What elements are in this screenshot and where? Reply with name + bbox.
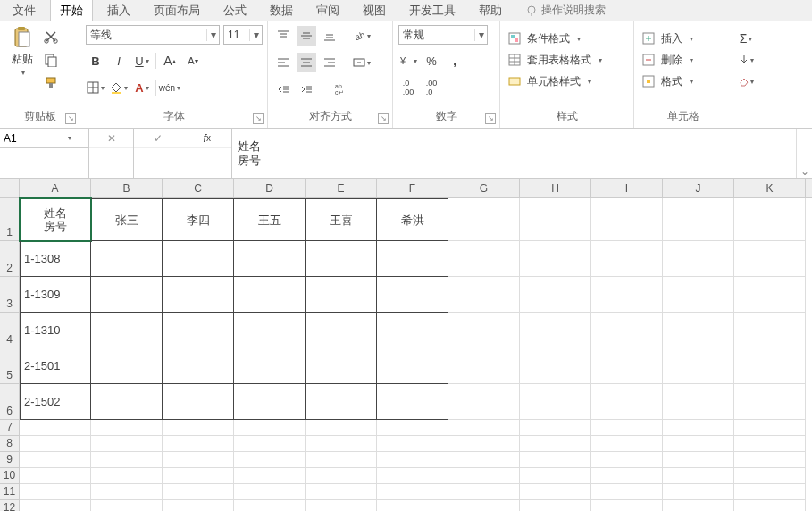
select-all-button[interactable] — [0, 179, 20, 198]
grow-font-button[interactable]: A▴ — [160, 51, 180, 71]
cell-C9[interactable] — [163, 452, 234, 468]
cell-E8[interactable] — [306, 436, 377, 452]
cell-G10[interactable] — [448, 468, 520, 484]
row-header-12[interactable]: 12 — [0, 500, 19, 511]
font-color-button[interactable]: A▾ — [132, 78, 152, 97]
cell-A8[interactable] — [20, 436, 91, 452]
cell-K6[interactable] — [734, 384, 806, 420]
col-header-F[interactable]: F — [377, 179, 448, 197]
enter-formula-button[interactable]: ✓ — [146, 130, 170, 147]
tab-数据[interactable]: 数据 — [261, 0, 302, 21]
cell-K1[interactable] — [734, 198, 806, 241]
align-middle-button[interactable] — [297, 26, 316, 46]
phonetic-button[interactable]: wén▾ — [160, 78, 180, 97]
cell-A7[interactable] — [20, 420, 91, 436]
cell-D5[interactable] — [234, 348, 306, 384]
cell-I11[interactable] — [591, 484, 663, 500]
cell-C10[interactable] — [163, 468, 234, 484]
cell-B6[interactable] — [91, 384, 163, 420]
cell-A11[interactable] — [20, 484, 91, 500]
cell-C7[interactable] — [163, 420, 234, 436]
comma-button[interactable]: , — [445, 51, 465, 71]
cell-J11[interactable] — [663, 484, 734, 500]
cell-A6[interactable]: 2-1502 — [20, 384, 91, 420]
cell-H6[interactable] — [520, 384, 591, 420]
cell-D12[interactable] — [234, 500, 306, 511]
row-header-9[interactable]: 9 — [0, 452, 19, 468]
cell-G1[interactable] — [448, 198, 520, 241]
cell-D11[interactable] — [234, 484, 306, 500]
cell-C5[interactable] — [163, 348, 234, 384]
formula-content[interactable]: 姓名 房号 — [232, 129, 796, 178]
accounting-format-button[interactable]: ¥▾ — [398, 51, 418, 71]
cell-K10[interactable] — [734, 468, 806, 484]
align-right-button[interactable] — [320, 53, 339, 72]
align-center-button[interactable] — [297, 53, 316, 72]
col-header-I[interactable]: I — [591, 179, 663, 197]
cell-J10[interactable] — [663, 468, 734, 484]
cell-C11[interactable] — [163, 484, 234, 500]
fill-color-button[interactable]: ▾ — [109, 78, 129, 97]
copy-button[interactable] — [43, 52, 59, 68]
col-header-K[interactable]: K — [734, 179, 806, 197]
tab-视图[interactable]: 视图 — [354, 0, 395, 21]
insert-cells-button[interactable]: 插入▾ — [640, 29, 695, 48]
cell-J4[interactable] — [663, 313, 734, 348]
col-header-C[interactable]: C — [163, 179, 234, 197]
cell-E10[interactable] — [306, 468, 377, 484]
paste-button[interactable]: 粘贴 ▾ — [5, 25, 39, 77]
align-left-button[interactable] — [273, 53, 293, 72]
align-top-button[interactable] — [273, 26, 293, 46]
clear-button[interactable]: ▾ — [738, 73, 754, 89]
cell-K11[interactable] — [734, 484, 806, 500]
cell-F11[interactable] — [377, 484, 448, 500]
cell-K12[interactable] — [734, 500, 806, 511]
cell-G12[interactable] — [448, 500, 520, 511]
cell-C1[interactable]: 李四 — [163, 198, 234, 241]
cell-I12[interactable] — [591, 500, 663, 511]
cell-J8[interactable] — [663, 436, 734, 452]
format-cells-button[interactable]: 格式▾ — [640, 71, 695, 91]
cell-C2[interactable] — [163, 241, 234, 277]
cell-F1[interactable]: 希洪 — [377, 198, 448, 241]
cell-B10[interactable] — [91, 468, 163, 484]
cell-E6[interactable] — [306, 384, 377, 420]
cell-C4[interactable] — [163, 313, 234, 348]
cell-F4[interactable] — [377, 313, 448, 348]
cell-E5[interactable] — [306, 348, 377, 384]
cell-D8[interactable] — [234, 436, 306, 452]
row-header-5[interactable]: 5 — [0, 348, 19, 384]
cell-A2[interactable]: 1-1308 — [20, 241, 91, 277]
cell-F8[interactable] — [377, 436, 448, 452]
cell-C3[interactable] — [163, 277, 234, 313]
cell-F9[interactable] — [377, 452, 448, 468]
font-launcher[interactable]: ↘ — [253, 113, 264, 124]
cell-F5[interactable] — [377, 348, 448, 384]
cell-A1[interactable]: 姓名 房号 — [20, 198, 91, 241]
chevron-down-icon[interactable]: ▾ — [68, 134, 71, 142]
increase-decimal-button[interactable]: .0.00 — [398, 78, 418, 97]
cell-E12[interactable] — [306, 500, 377, 511]
cell-D4[interactable] — [234, 313, 306, 348]
fill-button[interactable]: ▾ — [738, 52, 754, 68]
cell-C12[interactable] — [163, 500, 234, 511]
cell-F2[interactable] — [377, 241, 448, 277]
cell-I9[interactable] — [591, 452, 663, 468]
fx-button[interactable]: fx — [196, 130, 219, 147]
cell-F12[interactable] — [377, 500, 448, 511]
row-header-7[interactable]: 7 — [0, 420, 19, 436]
cell-E9[interactable] — [306, 452, 377, 468]
format-as-table-button[interactable]: 套用表格格式▾ — [506, 50, 604, 70]
cell-J2[interactable] — [663, 241, 734, 277]
percent-button[interactable]: % — [422, 51, 441, 71]
cell-H12[interactable] — [520, 500, 591, 511]
cell-A9[interactable] — [20, 452, 91, 468]
cell-D6[interactable] — [234, 384, 306, 420]
cell-J1[interactable] — [663, 198, 734, 241]
merge-button[interactable]: ▾ — [352, 53, 372, 72]
row-header-8[interactable]: 8 — [0, 436, 19, 452]
row-header-3[interactable]: 3 — [0, 277, 19, 313]
number-launcher[interactable]: ↘ — [485, 113, 496, 124]
col-header-J[interactable]: J — [663, 179, 734, 197]
cell-H10[interactable] — [520, 468, 591, 484]
